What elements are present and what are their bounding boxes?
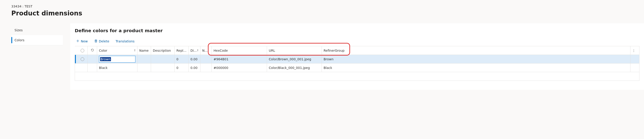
col-url[interactable]: URL <box>267 46 322 55</box>
col-description[interactable]: Description <box>151 46 174 55</box>
col-number[interactable]: Num... <box>200 46 212 55</box>
sidebar-item-sizes[interactable]: Sizes <box>11 25 63 35</box>
sidebar-item-colors[interactable]: Colors <box>11 35 63 45</box>
cell-number[interactable] <box>200 55 212 64</box>
new-label: New <box>81 40 88 43</box>
trash-icon <box>94 39 98 43</box>
delete-button[interactable]: Delete <box>94 39 109 43</box>
col-refiner-group[interactable]: RefinerGroup <box>322 46 630 55</box>
plus-icon <box>76 39 80 43</box>
col-display-order-label: Di... <box>190 49 197 52</box>
main-panel: Define colors for a product master New D… <box>70 23 644 90</box>
row-select[interactable] <box>78 55 88 64</box>
cell-description[interactable] <box>151 64 174 72</box>
table-row[interactable]: Brown 0 0.00 #964B01 Color/Brown_000_001… <box>75 55 640 64</box>
sidebar: Sizes Colors <box>0 23 70 90</box>
row-marker-cell <box>75 64 78 72</box>
section-title: Define colors for a product master <box>75 28 640 33</box>
sort-asc-icon: ↑ <box>196 49 199 52</box>
color-input-value: Brown <box>100 57 111 61</box>
grid-options-button[interactable]: ⋮ <box>630 46 640 55</box>
grid: Color↑ Name Description Repleni... Di...… <box>75 46 640 81</box>
cell-color[interactable]: Brown <box>97 55 138 64</box>
cell-display-order[interactable]: 0.00 <box>189 64 200 72</box>
col-selection-marker <box>75 46 78 55</box>
col-display-order[interactable]: Di...↑ <box>189 46 200 55</box>
refresh-icon <box>90 49 94 53</box>
new-button[interactable]: New <box>76 39 88 43</box>
cell-url[interactable]: Color/Black_000_001.jpeg <box>267 64 322 72</box>
table-empty-row <box>75 72 640 81</box>
col-refresh[interactable] <box>88 46 97 55</box>
row-refresh-cell <box>88 64 97 72</box>
col-color[interactable]: Color↑ <box>97 46 138 55</box>
cell-name[interactable] <box>138 64 151 72</box>
breadcrumb: 33434 : TEST <box>11 5 638 8</box>
col-hexcode[interactable]: HexCode <box>212 46 267 55</box>
cell-pad <box>630 55 640 64</box>
cell-refiner-group[interactable]: Black <box>322 64 630 72</box>
kebab-icon: ⋮ <box>632 49 636 52</box>
col-replenishment[interactable]: Repleni... <box>174 46 189 55</box>
cell-name[interactable] <box>138 55 151 64</box>
row-select[interactable] <box>78 64 88 72</box>
col-select-all[interactable] <box>78 46 88 55</box>
cell-hexcode[interactable]: #964B01 <box>212 55 267 64</box>
toolbar: New Delete Translations <box>75 39 640 43</box>
cell-display-order[interactable]: 0.00 <box>189 55 200 64</box>
cell-hexcode[interactable]: #000000 <box>212 64 267 72</box>
cell-replenishment[interactable]: 0 <box>174 55 189 64</box>
col-name[interactable]: Name <box>138 46 151 55</box>
translations-label: Translations <box>116 40 135 43</box>
row-refresh-cell <box>88 55 97 64</box>
cell-description[interactable] <box>151 55 174 64</box>
edit-marker-icon <box>75 55 76 63</box>
cell-number[interactable] <box>200 64 212 72</box>
cell-pad <box>630 64 640 72</box>
select-all-radio-icon <box>80 49 84 52</box>
translations-button[interactable]: Translations <box>116 40 135 43</box>
cell-color[interactable]: Black <box>97 64 138 72</box>
sort-asc-icon: ↑ <box>134 49 136 52</box>
row-radio-icon <box>80 57 84 61</box>
table-row[interactable]: Black 0 0.00 #000000 Color/Black_000_001… <box>75 64 640 72</box>
color-input[interactable]: Brown <box>99 56 136 63</box>
cell-url[interactable]: Color/Brown_000_001.jpeg <box>267 55 322 64</box>
page-title: Product dimensions <box>11 10 638 17</box>
delete-label: Delete <box>99 40 109 43</box>
cell-refiner-group[interactable]: Brown <box>322 55 630 64</box>
col-color-label: Color <box>99 49 107 52</box>
svg-rect-2 <box>95 40 97 42</box>
cell-replenishment[interactable]: 0 <box>174 64 189 72</box>
